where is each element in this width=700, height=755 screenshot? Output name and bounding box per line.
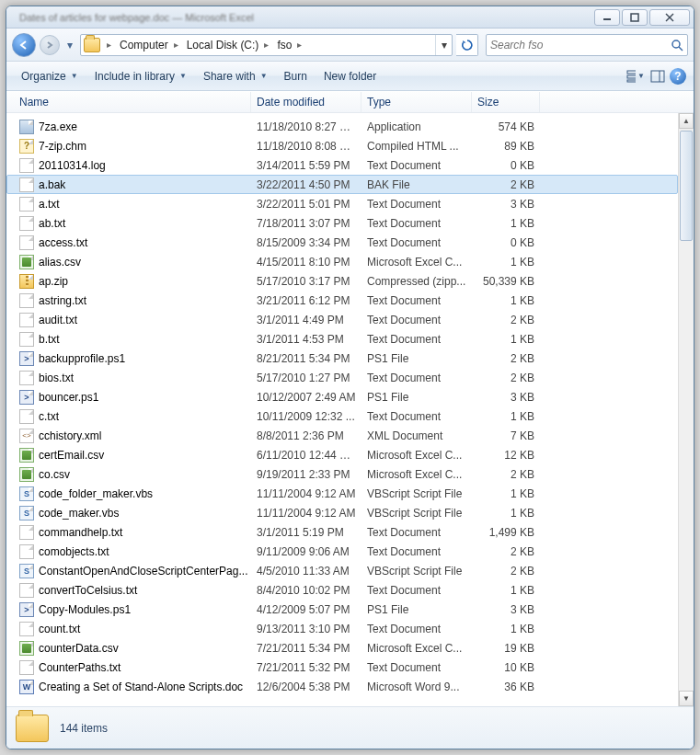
burn-button[interactable]: Burn	[277, 66, 315, 86]
forward-button[interactable]	[40, 35, 60, 55]
titlebar: Dates of articles for webpage.doc — Micr…	[6, 6, 694, 29]
file-row[interactable]: Copy-Modules.ps14/12/2009 5:07 PMPS1 Fil…	[6, 600, 678, 619]
close-button[interactable]	[649, 9, 690, 26]
file-icon	[19, 680, 34, 694]
nav-history-dropdown[interactable]: ▾	[63, 33, 76, 57]
file-name: ab.txt	[39, 217, 65, 230]
column-header-type[interactable]: Type	[361, 92, 472, 112]
breadcrumb-sep[interactable]: ▸	[294, 40, 304, 50]
file-icon	[19, 255, 34, 269]
file-row[interactable]: alias.csv4/15/2011 8:10 PMMicrosoft Exce…	[6, 252, 678, 271]
minimize-button[interactable]	[594, 9, 620, 26]
breadcrumb-item[interactable]: fso	[271, 35, 294, 55]
file-size: 1 KB	[472, 410, 540, 423]
file-row[interactable]: count.txt9/13/2011 3:10 PMText Document1…	[6, 619, 678, 638]
file-row[interactable]: commandhelp.txt3/1/2011 5:19 PMText Docu…	[6, 522, 678, 542]
column-header-size[interactable]: Size	[472, 92, 540, 112]
file-row[interactable]: backupprofile.ps18/21/2011 5:34 PMPS1 Fi…	[6, 349, 678, 368]
file-row[interactable]: astring.txt3/21/2011 6:12 PMText Documen…	[6, 291, 678, 310]
scroll-up-button[interactable]: ▲	[679, 113, 694, 129]
organize-button[interactable]: Organize ▼	[14, 66, 86, 86]
back-button[interactable]	[12, 33, 36, 57]
vertical-scrollbar[interactable]: ▲ ▼	[678, 113, 694, 706]
svg-rect-1	[631, 14, 638, 21]
file-row[interactable]: b.txt3/1/2011 4:53 PMText Document1 KB	[6, 329, 678, 349]
maximize-button[interactable]	[622, 9, 648, 26]
file-list[interactable]: 7za.exe11/18/2010 8:27 PMApplication574 …	[6, 113, 678, 706]
file-row[interactable]: 20110314.log3/14/2011 5:59 PMText Docume…	[6, 155, 678, 175]
address-dropdown[interactable]: ▾	[435, 35, 452, 55]
search-icon[interactable]	[671, 39, 683, 51]
file-row[interactable]: Creating a Set of Stand-Alone Scripts.do…	[6, 677, 678, 696]
file-row[interactable]: convertToCelsius.txt8/4/2010 10:02 PMTex…	[6, 580, 678, 600]
file-row[interactable]: co.csv9/19/2011 2:33 PMMicrosoft Excel C…	[6, 464, 678, 484]
file-icon	[19, 525, 34, 540]
search-input[interactable]	[490, 39, 671, 51]
file-icon	[19, 660, 34, 675]
breadcrumb-item[interactable]: Local Disk (C:)	[181, 35, 262, 55]
search-box[interactable]	[486, 34, 688, 56]
file-row[interactable]: ab.txt7/18/2011 3:07 PMText Document1 KB	[6, 213, 678, 233]
breadcrumb-item[interactable]: Computer	[114, 35, 171, 55]
file-size: 2 KB	[472, 565, 540, 578]
file-name: ConstantOpenAndCloseScriptCenterPag...	[39, 565, 247, 578]
file-row[interactable]: certEmail.csv6/11/2010 12:44 PMMicrosoft…	[6, 445, 678, 464]
file-type: Microsoft Excel C...	[361, 642, 472, 655]
file-date: 5/17/2010 3:17 PM	[251, 275, 361, 288]
file-date: 7/18/2011 3:07 PM	[251, 217, 361, 230]
file-size: 2 KB	[472, 468, 540, 481]
file-row[interactable]: 7za.exe11/18/2010 8:27 PMApplication574 …	[6, 117, 678, 136]
new-folder-button[interactable]: New folder	[316, 66, 384, 86]
file-row[interactable]: c.txt10/11/2009 12:32 ...Text Document1 …	[6, 406, 678, 426]
file-list-area: 7za.exe11/18/2010 8:27 PMApplication574 …	[6, 113, 694, 706]
file-size: 3 KB	[472, 198, 540, 211]
file-date: 4/12/2009 5:07 PM	[251, 603, 361, 616]
scroll-track[interactable]	[679, 129, 694, 691]
file-row[interactable]: 7-zip.chm11/18/2010 8:08 PMCompiled HTML…	[6, 136, 678, 155]
file-row[interactable]: code_maker.vbs11/11/2004 9:12 AMVBScript…	[6, 503, 678, 522]
file-type: Text Document	[361, 314, 472, 326]
file-row[interactable]: cchistory.xml8/8/2011 2:36 PMXML Documen…	[6, 426, 678, 445]
file-type: Microsoft Excel C...	[361, 256, 472, 269]
file-row[interactable]: bouncer.ps110/12/2007 2:49 AMPS1 File3 K…	[6, 387, 678, 406]
preview-pane-button[interactable]	[648, 66, 668, 86]
file-row[interactable]: comobjects.txt9/11/2009 9:06 AMText Docu…	[6, 542, 678, 561]
file-name: access.txt	[39, 236, 87, 249]
file-size: 50,339 KB	[472, 275, 540, 288]
file-row[interactable]: bios.txt5/17/2010 1:27 PMText Document2 …	[6, 368, 678, 387]
scroll-thumb[interactable]	[680, 131, 693, 241]
view-options-button[interactable]: ▼	[625, 66, 646, 86]
file-row[interactable]: access.txt8/15/2009 3:34 PMText Document…	[6, 233, 678, 252]
file-row[interactable]: ap.zip5/17/2010 3:17 PMCompressed (zipp.…	[6, 271, 678, 291]
address-bar[interactable]: ▸Computer▸Local Disk (C:)▸fso▸ ▾	[80, 34, 453, 56]
file-row[interactable]: a.bak3/22/2011 4:50 PMBAK File2 KB	[6, 175, 678, 194]
file-row[interactable]: CounterPaths.txt7/21/2011 5:32 PMText Do…	[6, 658, 678, 677]
column-header-date[interactable]: Date modified	[251, 92, 361, 112]
file-date: 3/1/2011 4:49 PM	[251, 314, 361, 326]
file-name: code_maker.vbs	[39, 507, 119, 520]
refresh-button[interactable]	[456, 34, 478, 56]
file-type: Text Document	[361, 198, 472, 211]
file-row[interactable]: code_folder_maker.vbs11/11/2004 9:12 AMV…	[6, 484, 678, 503]
file-icon	[19, 583, 34, 598]
file-size: 36 KB	[472, 681, 540, 693]
file-date: 11/18/2010 8:08 PM	[251, 140, 361, 153]
file-name: alias.csv	[39, 256, 81, 269]
file-size: 0 KB	[472, 236, 540, 249]
file-row[interactable]: a.txt3/22/2011 5:01 PMText Document3 KB	[6, 194, 678, 213]
file-row[interactable]: counterData.csv7/21/2011 5:34 PMMicrosof…	[6, 638, 678, 658]
item-count-label: 144 items	[60, 722, 108, 735]
help-button[interactable]: ?	[670, 68, 686, 85]
breadcrumb-sep[interactable]: ▸	[261, 40, 271, 50]
organize-label: Organize	[21, 70, 66, 83]
breadcrumb-sep[interactable]: ▸	[171, 40, 181, 50]
file-type: PS1 File	[361, 391, 472, 404]
scroll-down-button[interactable]: ▼	[679, 691, 694, 706]
file-row[interactable]: audit.txt3/1/2011 4:49 PMText Document2 …	[6, 310, 678, 329]
share-with-button[interactable]: Share with ▼	[196, 66, 275, 86]
file-row[interactable]: ConstantOpenAndCloseScriptCenterPag...4/…	[6, 561, 678, 580]
include-in-library-button[interactable]: Include in library ▼	[87, 66, 194, 86]
breadcrumb-sep[interactable]: ▸	[104, 40, 114, 50]
file-name: bouncer.ps1	[39, 391, 98, 404]
column-header-name[interactable]: Name	[14, 92, 251, 112]
